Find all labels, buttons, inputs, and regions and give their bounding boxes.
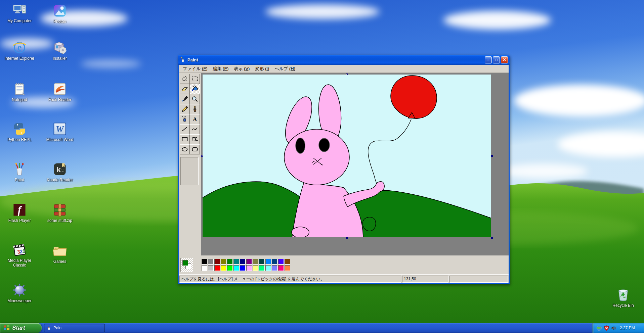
tool-pick-color[interactable]	[180, 94, 190, 104]
task-label: Paint	[53, 326, 62, 330]
fill-with-color-icon	[191, 85, 199, 93]
tool-panel: A	[179, 73, 201, 255]
desktop-icon-foxit-reader[interactable]: Foxit Reader	[44, 82, 76, 102]
tool-curve[interactable]	[190, 124, 200, 134]
desktop-icon-internet-explorer[interactable]: eInternet Explorer	[3, 40, 36, 61]
desktop-icon-media-player-classic[interactable]: 321Media Player Classic	[3, 242, 36, 268]
desktop-icon-some-stuff-zip[interactable]: some stuff.zip	[44, 202, 76, 223]
desktop-icon-recycle-bin[interactable]: Recycle Bin	[607, 287, 639, 308]
desktop-icon-games[interactable]: Games	[44, 243, 76, 264]
menu-i[interactable]: 変形 (I)	[252, 65, 272, 73]
tool-brush[interactable]	[190, 104, 200, 114]
palette-swatch-r1-c1[interactable]	[202, 259, 207, 265]
palette-swatch-r1-c8[interactable]	[246, 259, 252, 265]
palette-swatch-r2-c5[interactable]	[227, 265, 233, 271]
palette-swatch-r2-c6[interactable]	[233, 265, 239, 271]
desktop-icon-paint[interactable]: Paint	[3, 162, 36, 182]
tool-options-box[interactable]	[180, 157, 199, 185]
palette-swatch-r1-c13[interactable]	[278, 259, 284, 265]
palette-swatch-r1-c9[interactable]	[253, 259, 258, 265]
palette-swatch-r2-c13[interactable]	[278, 265, 284, 271]
drawing-canvas[interactable]	[203, 75, 491, 237]
maximize-button[interactable]: □	[493, 56, 500, 63]
foreground-color	[182, 260, 188, 266]
system-tray: 2:27 PM	[592, 323, 644, 333]
close-button[interactable]: ✕	[501, 56, 508, 63]
color-palette-bar	[179, 255, 509, 274]
canvas-handle-top[interactable]	[346, 74, 348, 75]
palette-swatch-r1-c2[interactable]	[208, 259, 214, 265]
tool-eraser[interactable]	[180, 84, 190, 94]
title-bar[interactable]: Paint – □ ✕	[178, 55, 510, 65]
desktop-icon-minesweeper[interactable]: Minesweeper	[3, 283, 36, 303]
volume-icon[interactable]	[611, 325, 617, 331]
desktop-icon-microsoft-word[interactable]: WMicrosoft Word	[44, 122, 76, 142]
status-help-text: ヘルプを見るには、[ヘルプ] メニューの [トピックの検索] を選んでください。	[179, 276, 401, 283]
free-form-select-icon	[181, 75, 188, 83]
tool-free-form-select[interactable]	[180, 74, 190, 84]
palette-swatch-r1-c4[interactable]	[221, 259, 226, 265]
tool-select[interactable]	[190, 74, 200, 84]
palette-swatch-r1-c12[interactable]	[272, 259, 277, 265]
palette-swatch-r1-c6[interactable]	[233, 259, 239, 265]
tool-fill-with-color[interactable]	[190, 84, 200, 94]
desktop-icon-photon[interactable]: Photon	[44, 3, 76, 24]
taskbar-clock[interactable]: 2:27 PM	[620, 326, 635, 330]
palette-swatch-r2-c8[interactable]	[246, 265, 252, 271]
tool-polygon[interactable]	[190, 134, 200, 144]
palette-swatch-r2-c1[interactable]	[202, 265, 207, 271]
desktop-icon-flash-player[interactable]: fFlash Player	[3, 202, 36, 223]
desktop-icon-python-repl[interactable]: Python REPL	[3, 122, 36, 142]
palette-swatch-r2-c3[interactable]	[214, 265, 220, 271]
menu-f[interactable]: ファイル (F)	[180, 65, 210, 73]
desktop-icon-koodo-reader[interactable]: kKoodo Reader	[44, 162, 76, 182]
palette-swatch-r2-c14[interactable]	[285, 265, 290, 271]
canvas-handle-left[interactable]	[201, 155, 203, 157]
desktop-icon-label: Flash Player	[3, 218, 36, 223]
eraser-icon	[181, 85, 188, 93]
security-alert-icon[interactable]	[604, 325, 609, 331]
tool-rounded-rectangle[interactable]	[190, 144, 200, 154]
desktop-icon-my-computer[interactable]: My Computer	[3, 3, 36, 23]
tool-magnifier[interactable]	[190, 94, 200, 104]
pencil-icon	[181, 105, 188, 113]
desktop-icon-installer[interactable]: Installer	[44, 40, 76, 61]
windows-update-icon[interactable]	[596, 325, 602, 331]
palette-swatch-r2-c11[interactable]	[265, 265, 271, 271]
palette-swatch-r2-c9[interactable]	[253, 265, 258, 271]
svg-text:1: 1	[22, 248, 26, 254]
start-button[interactable]: Start	[0, 323, 42, 333]
taskbar: Start Paint 2	[0, 323, 644, 333]
desktop-icon-notepad[interactable]: Notepad	[3, 82, 36, 102]
palette-swatch-r1-c5[interactable]	[227, 259, 233, 265]
canvas-handle-right[interactable]	[491, 155, 493, 157]
palette-swatch-r2-c2[interactable]	[208, 265, 214, 271]
canvas-handle-corner[interactable]	[491, 237, 493, 239]
tool-pencil[interactable]	[180, 104, 190, 114]
tool-line[interactable]	[180, 124, 190, 134]
tool-ellipse[interactable]	[180, 144, 190, 154]
menu-e[interactable]: 編集 (E)	[210, 65, 231, 73]
tool-airbrush[interactable]	[180, 114, 190, 124]
palette-swatch-r2-c12[interactable]	[272, 265, 277, 271]
palette-swatch-r1-c10[interactable]	[259, 259, 265, 265]
current-colors[interactable]	[180, 258, 193, 272]
menu-v[interactable]: 表示 (V)	[231, 65, 252, 73]
palette-swatch-r2-c10[interactable]	[259, 265, 265, 271]
minimize-button[interactable]: –	[485, 56, 492, 63]
tool-text[interactable]: A	[190, 114, 200, 124]
palette-swatch-r1-c14[interactable]	[285, 259, 290, 265]
palette-swatch-r1-c7[interactable]	[240, 259, 246, 265]
desktop-icon-label: Paint	[3, 178, 36, 182]
tool-rectangle[interactable]	[180, 134, 190, 144]
taskbar-task-paint[interactable]: Paint	[44, 324, 105, 332]
canvas-handle-bottom[interactable]	[346, 237, 348, 239]
tool-grid: A	[180, 74, 200, 154]
menu-h[interactable]: ヘルプ (H)	[272, 65, 298, 73]
palette-swatch-r2-c7[interactable]	[240, 265, 246, 271]
palette-swatch-r1-c11[interactable]	[265, 259, 271, 265]
svg-text:W: W	[56, 124, 65, 134]
window-body: ファイル (F)編集 (E)表示 (V)変形 (I)ヘルプ (H) A	[179, 65, 509, 283]
palette-swatch-r2-c4[interactable]	[221, 265, 226, 271]
palette-swatch-r1-c3[interactable]	[214, 259, 220, 265]
